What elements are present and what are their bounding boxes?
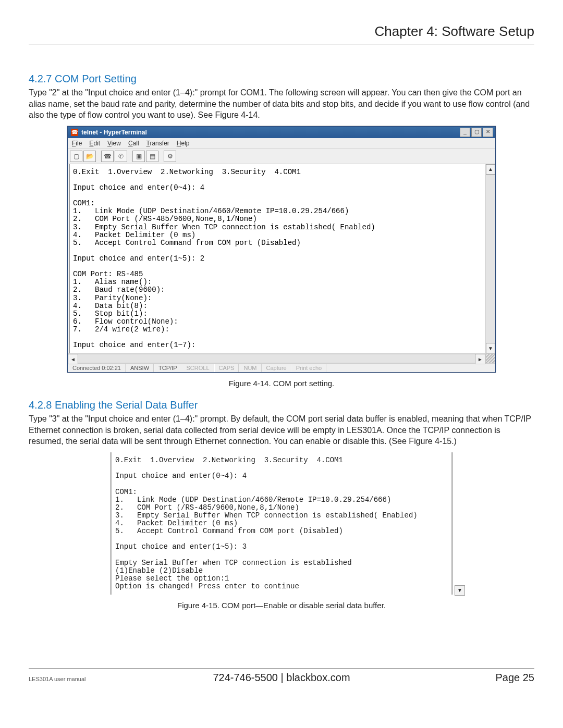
scroll-track-h[interactable]	[78, 354, 475, 363]
scroll-left-icon[interactable]: ◄	[68, 354, 78, 364]
connect-icon[interactable]: ☎	[101, 151, 114, 162]
toolbar: ▢ 📂 ☎ ✆ ▣ ▤ ⚙	[68, 149, 495, 164]
new-doc-icon[interactable]: ▢	[70, 151, 82, 162]
heading-4-2-7: 4.2.7 COM Port Setting	[29, 73, 534, 85]
horizontal-scrollbar[interactable]: ◄ ►	[68, 353, 485, 363]
menu-call[interactable]: Call	[128, 140, 139, 147]
status-protocol: TCP/IP	[154, 364, 181, 372]
titlebar: ☎ telnet - HyperTerminal _ ▢ ✕	[68, 127, 495, 138]
menu-transfer[interactable]: Transfer	[146, 140, 169, 147]
maximize-button[interactable]: ▢	[471, 128, 482, 137]
status-capture: Capture	[262, 364, 291, 372]
paragraph-4-2-8: Type "3" at the "Input choice and enter …	[29, 413, 534, 447]
menu-view[interactable]: View	[107, 140, 121, 147]
scroll-track[interactable]	[486, 175, 495, 343]
figure-4-15-caption: Figure 4-15. COM port—Enable or disable …	[29, 601, 534, 610]
status-printecho: Print echo	[291, 364, 327, 372]
status-emulation: ANSIW	[126, 364, 154, 372]
scroll-right-icon[interactable]: ►	[475, 354, 485, 364]
resize-grip-icon[interactable]	[485, 353, 495, 363]
close-button[interactable]: ✕	[483, 128, 493, 137]
figure-4-14-caption: Figure 4-14. COM port setting.	[29, 379, 534, 388]
window-title: telnet - HyperTerminal	[81, 129, 460, 136]
heading-4-2-8: 4.2.8 Enabling the Serial Data Buffer	[29, 399, 534, 411]
send-icon[interactable]: ▣	[132, 151, 145, 162]
status-scroll: SCROLL	[181, 364, 214, 372]
paragraph-4-2-7: Type "2" at the "Input choice and enter …	[29, 87, 534, 121]
status-connected: Connected 0:02:21	[68, 364, 126, 372]
footer-contact: 724-746-5500 | blackbox.com	[0, 672, 563, 684]
menu-file[interactable]: File	[72, 140, 82, 147]
minimize-button[interactable]: _	[460, 128, 470, 137]
menu-edit[interactable]: Edit	[89, 140, 100, 147]
open-icon[interactable]: 📂	[83, 151, 96, 162]
status-caps: CAPS	[214, 364, 239, 372]
properties-icon[interactable]: ⚙	[164, 151, 176, 162]
scroll-down-icon[interactable]: ▼	[486, 343, 495, 353]
vertical-scrollbar[interactable]: ▲ ▼	[485, 164, 495, 354]
hyperterminal-window: ☎ telnet - HyperTerminal _ ▢ ✕ File Edit…	[67, 126, 496, 373]
chapter-title: Chapter 4: Software Setup	[29, 23, 534, 44]
scroll-up-icon[interactable]: ▲	[486, 164, 495, 175]
statusbar: Connected 0:02:21 ANSIW TCP/IP SCROLL CA…	[68, 363, 495, 372]
menu-help[interactable]: Help	[177, 140, 190, 147]
scroll-down-icon[interactable]: ▼	[455, 585, 465, 596]
app-icon: ☎	[71, 129, 78, 136]
disconnect-icon[interactable]: ✆	[115, 151, 127, 162]
terminal-output: 0.Exit 1.Overview 2.Networking 3.Securit…	[68, 164, 485, 354]
menubar: File Edit View Call Transfer Help	[68, 138, 495, 149]
terminal-output-2: 0.Exit 1.Overview 2.Networking 3.Securit…	[110, 452, 453, 595]
receive-icon[interactable]: ▤	[146, 151, 158, 162]
status-num: NUM	[239, 364, 261, 372]
